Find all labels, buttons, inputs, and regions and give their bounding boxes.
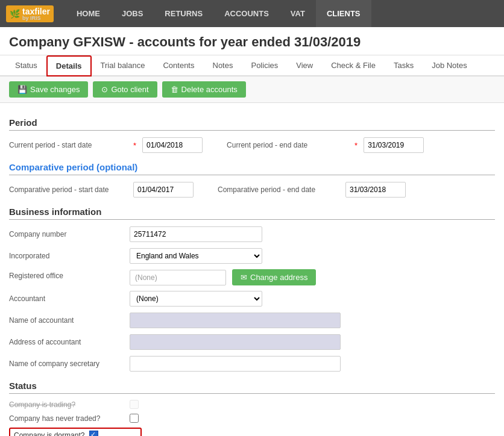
- business-section-header: Business information: [9, 207, 495, 220]
- logo-icon: 🌿: [10, 9, 20, 19]
- delete-label: Delete accounts: [181, 85, 238, 94]
- company-number-label: Company number: [9, 230, 130, 238]
- change-address-button[interactable]: ✉ Change address: [232, 269, 316, 285]
- tab-status[interactable]: Status: [6, 55, 46, 76]
- never-traded-row: Company has never traded?: [9, 414, 495, 423]
- goto-label: Goto client: [111, 85, 148, 94]
- address-of-accountant-input[interactable]: [130, 334, 341, 350]
- tab-details[interactable]: Details: [46, 55, 92, 76]
- nav-clients[interactable]: CLIENTS: [316, 0, 371, 27]
- tab-view[interactable]: View: [287, 55, 322, 76]
- tab-contents[interactable]: Contents: [154, 55, 203, 76]
- tabs: Status Details Trial balance Contents No…: [0, 55, 504, 76]
- content-area: Period Current period - start date * Cur…: [0, 103, 504, 436]
- nav-accounts[interactable]: ACCOUNTS: [213, 0, 280, 27]
- dormant-checkbox[interactable]: [89, 431, 98, 436]
- period-end-group: Current period - end date *: [203, 137, 424, 153]
- goto-icon: ⊙: [101, 85, 108, 94]
- comparative-row: Comparative period - start date Comparat…: [9, 181, 495, 198]
- reg-office-content: (None) ✉ Change address: [130, 269, 316, 285]
- incorporated-select[interactable]: England and Wales Scotland Northern Irel…: [130, 248, 262, 264]
- name-of-accountant-row: Name of accountant: [9, 312, 495, 329]
- delete-icon: 🗑: [171, 85, 178, 94]
- period-end-star: *: [354, 141, 358, 150]
- reg-office-label: Registered office: [9, 269, 130, 280]
- address-of-accountant-label: Address of accountant: [9, 338, 130, 346]
- dormant-row: Company is dormant?: [9, 428, 142, 436]
- name-of-accountant-label: Name of accountant: [9, 316, 130, 325]
- tab-check-file[interactable]: Check & File: [322, 55, 385, 76]
- company-secretary-label: Name of company secretary: [9, 360, 130, 368]
- comparative-start-input[interactable]: [133, 182, 194, 198]
- period-start-group: Current period - start date *: [9, 137, 203, 153]
- logo-area: 🌿 taxfiler by IRIS: [6, 5, 54, 22]
- nav-vat[interactable]: VAT: [280, 0, 316, 27]
- address-of-accountant-row: Address of accountant: [9, 334, 495, 350]
- company-secretary-input[interactable]: [130, 356, 341, 372]
- company-secretary-row: Name of company secretary: [9, 355, 495, 372]
- accountant-select[interactable]: (None): [130, 291, 262, 307]
- never-traded-label: Company has never traded?: [9, 414, 130, 423]
- dormant-label: Company is dormant?: [14, 431, 84, 437]
- tab-policies[interactable]: Policies: [242, 55, 287, 76]
- period-start-input[interactable]: [142, 137, 203, 153]
- period-section-header: Period: [9, 117, 495, 131]
- accountant-row: Accountant (None): [9, 290, 495, 307]
- trading-checkbox[interactable]: [130, 400, 139, 409]
- tab-notes[interactable]: Notes: [204, 55, 242, 76]
- reg-office-value: (None): [130, 270, 226, 285]
- period-end-input[interactable]: [364, 137, 424, 153]
- period-start-star: *: [133, 141, 136, 150]
- top-nav: 🌿 taxfiler by IRIS HOME JOBS RETURNS ACC…: [0, 0, 504, 27]
- change-address-label: Change address: [250, 273, 307, 282]
- save-icon: 💾: [17, 85, 27, 94]
- incorporated-row: Incorporated England and Wales Scotland …: [9, 248, 495, 264]
- nav-items: HOME JOBS RETURNS ACCOUNTS VAT CLIENTS: [66, 0, 498, 27]
- comparative-start-group: Comparative period - start date: [9, 182, 194, 198]
- page-title: Company GFXISW - accounts for year ended…: [9, 34, 495, 50]
- save-label: Save changes: [30, 85, 80, 94]
- name-of-accountant-input[interactable]: [130, 313, 341, 328]
- comparative-start-label: Comparative period - start date: [9, 185, 130, 194]
- nav-returns[interactable]: RETURNS: [154, 0, 213, 27]
- status-section-header: Status: [9, 381, 495, 394]
- nav-home[interactable]: HOME: [66, 0, 111, 27]
- reg-office-row: Registered office (None) ✉ Change addres…: [9, 269, 495, 285]
- accountant-label: Accountant: [9, 294, 130, 303]
- incorporated-label: Incorporated: [9, 252, 130, 260]
- period-start-row: Current period - start date * Current pe…: [9, 137, 495, 154]
- page-title-area: Company GFXISW - accounts for year ended…: [0, 27, 504, 55]
- company-number-input[interactable]: [130, 226, 262, 242]
- period-end-label: Current period - end date: [227, 141, 347, 149]
- goto-client-button[interactable]: ⊙ Goto client: [93, 81, 157, 98]
- logo: 🌿 taxfiler by IRIS: [6, 5, 54, 22]
- company-number-row: Company number: [9, 226, 495, 243]
- tab-tasks[interactable]: Tasks: [385, 55, 423, 76]
- comparative-section-header: Comparative period (optional): [9, 162, 495, 175]
- comparative-end-label: Comparative period - end date: [218, 185, 338, 194]
- trading-row: Company is trading?: [9, 400, 495, 409]
- comparative-end-group: Comparative period - end date: [194, 182, 406, 198]
- trading-label: Company is trading?: [9, 400, 130, 409]
- never-traded-checkbox[interactable]: [130, 414, 139, 423]
- tab-job-notes[interactable]: Job Notes: [423, 55, 476, 76]
- nav-jobs[interactable]: JOBS: [111, 0, 154, 27]
- toolbar: 💾 Save changes ⊙ Goto client 🗑 Delete ac…: [0, 76, 504, 103]
- delete-accounts-button[interactable]: 🗑 Delete accounts: [162, 81, 246, 98]
- period-start-label: Current period - start date: [9, 141, 130, 149]
- comparative-end-input[interactable]: [345, 182, 406, 198]
- address-icon: ✉: [241, 273, 247, 282]
- tab-trial-balance[interactable]: Trial balance: [92, 55, 154, 76]
- save-button[interactable]: 💾 Save changes: [9, 81, 88, 98]
